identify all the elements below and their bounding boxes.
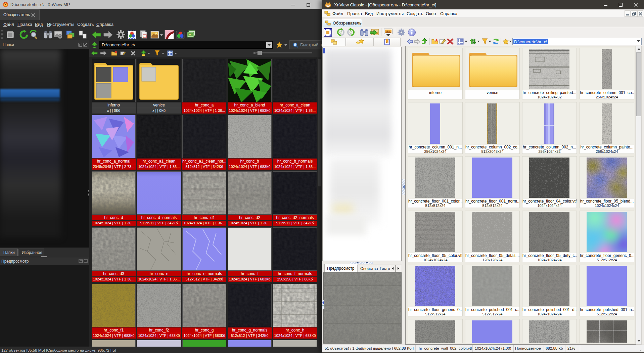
svg-text:[1]: [1]	[144, 35, 147, 38]
